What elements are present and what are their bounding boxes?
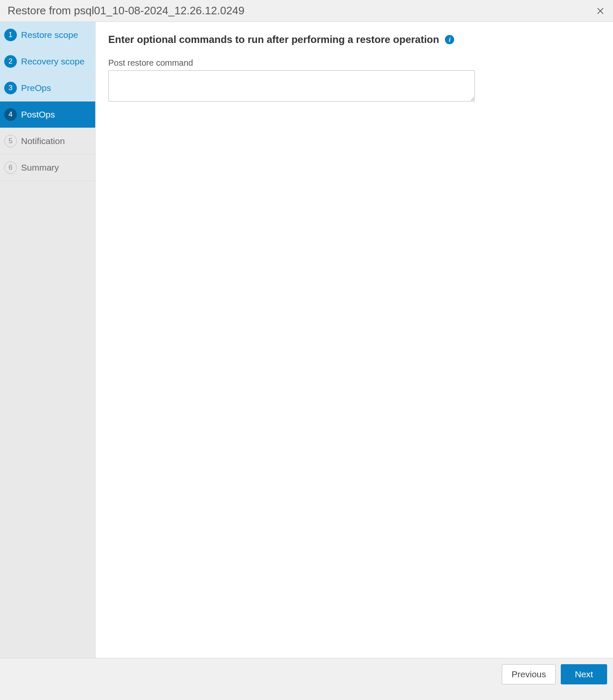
step-label: Recovery scope: [21, 56, 85, 67]
main-content: Enter optional commands to run after per…: [96, 22, 613, 658]
next-button[interactable]: Next: [561, 664, 607, 684]
close-icon[interactable]: [595, 6, 605, 16]
restore-dialog: Restore from psql01_10-08-2024_12.26.12.…: [0, 0, 613, 690]
sidebar-step-postops[interactable]: 4 PostOps: [0, 102, 95, 128]
sidebar-step-preops[interactable]: 3 PreOps: [0, 75, 95, 102]
step-number: 4: [4, 108, 17, 121]
dialog-footer: Previous Next: [0, 658, 613, 690]
step-number: 6: [4, 161, 17, 174]
page-heading: Enter optional commands to run after per…: [108, 34, 439, 45]
step-number: 1: [4, 29, 17, 41]
step-label: Restore scope: [21, 30, 78, 40]
sidebar-step-notification[interactable]: 5 Notification: [0, 128, 95, 155]
titlebar: Restore from psql01_10-08-2024_12.26.12.…: [0, 0, 613, 22]
sidebar-step-recovery-scope[interactable]: 2 Recovery scope: [0, 48, 95, 75]
step-number: 5: [4, 135, 17, 147]
step-label: PreOps: [21, 83, 51, 93]
step-label: Notification: [21, 136, 65, 146]
dialog-body: 1 Restore scope 2 Recovery scope 3 PreOp…: [0, 22, 613, 658]
step-number: 2: [4, 55, 17, 68]
info-icon[interactable]: i: [445, 35, 454, 44]
step-label: Summary: [21, 163, 59, 173]
page-heading-row: Enter optional commands to run after per…: [108, 34, 600, 45]
previous-button[interactable]: Previous: [502, 664, 556, 684]
step-number: 3: [4, 82, 17, 94]
step-label: PostOps: [21, 110, 55, 120]
wizard-sidebar: 1 Restore scope 2 Recovery scope 3 PreOp…: [0, 22, 96, 658]
post-restore-command-label: Post restore command: [108, 58, 600, 68]
sidebar-step-restore-scope[interactable]: 1 Restore scope: [0, 22, 95, 48]
dialog-title: Restore from psql01_10-08-2024_12.26.12.…: [8, 4, 244, 17]
post-restore-command-input[interactable]: [108, 70, 475, 102]
sidebar-step-summary[interactable]: 6 Summary: [0, 155, 95, 181]
